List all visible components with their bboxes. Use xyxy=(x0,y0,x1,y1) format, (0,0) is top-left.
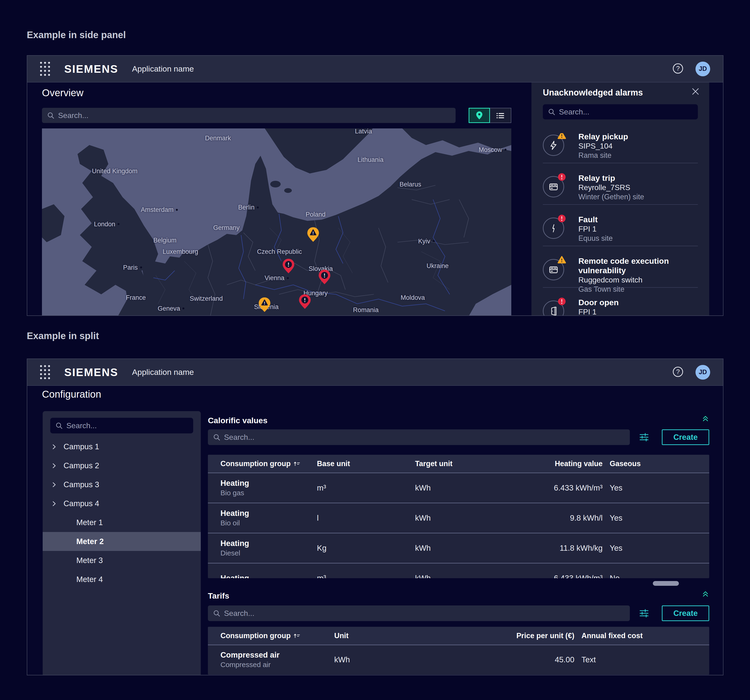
row-price: 45.00 xyxy=(555,655,574,664)
sort-ascending-icon xyxy=(294,633,300,639)
tree-item-campus-2[interactable]: Campus 2 xyxy=(43,456,201,475)
table-row[interactable]: HeatingBio oil l kWh 9.8 kWh/l Yes xyxy=(208,503,709,533)
help-icon[interactable] xyxy=(672,366,684,378)
alarm-device: Ruggedcom switch xyxy=(578,275,698,285)
overview-window: SIEMENS Application name JD Overview xyxy=(27,55,724,316)
configuration-window: SIEMENS Application name JD Configuratio… xyxy=(27,359,724,675)
row-sub: Bio oil xyxy=(220,518,317,528)
alarm-item[interactable]: Remote code execution vulnerability Rugg… xyxy=(543,258,698,299)
row-heating-value: 11.8 kWh/kg xyxy=(559,543,602,553)
row-sub: Diesel xyxy=(220,548,317,558)
row-gaseous: Yes xyxy=(602,543,702,553)
map-view-toggle[interactable] xyxy=(469,108,490,123)
siemens-logo: SIEMENS xyxy=(64,366,118,379)
table-row[interactable]: HeatingDiesel Kg kWh 11.8 kWh/kg Yes xyxy=(208,533,709,563)
map-label: Berlin xyxy=(238,204,259,211)
sort-ascending-icon xyxy=(294,461,300,467)
tree-item-meter-4[interactable]: Meter 4 xyxy=(43,570,201,589)
divider xyxy=(543,246,698,246)
overview-search-input[interactable] xyxy=(58,111,450,120)
map-pin-warning[interactable] xyxy=(307,227,319,242)
map-label: United Kingdom xyxy=(92,167,137,175)
configuration-sidebar: Campus 1 Campus 2 Campus 3 Campus 4 Mete… xyxy=(43,411,201,675)
tree-item-label: Campus 1 xyxy=(63,442,99,451)
table-row[interactable]: Compressed airCompressed air kWh 45.00 T… xyxy=(208,645,709,674)
chevron-right-icon xyxy=(51,462,57,469)
page-title: Configuration xyxy=(42,388,101,400)
map-label: Czech Republic xyxy=(257,248,302,255)
map-pin-critical[interactable] xyxy=(318,269,331,285)
app-header: SIEMENS Application name JD xyxy=(27,56,723,83)
map-label: Germany xyxy=(213,224,240,232)
map-label: France xyxy=(126,294,146,301)
map-label: Vienna xyxy=(264,275,289,282)
tree-item-meter-1[interactable]: Meter 1 xyxy=(43,513,201,532)
tree-item-campus-3[interactable]: Campus 3 xyxy=(43,475,201,494)
map-label: Latvia xyxy=(355,129,372,135)
tree-item-campus-4[interactable]: Campus 4 xyxy=(43,494,201,513)
map-label: Belgium xyxy=(154,236,177,244)
row-target-unit: kWh xyxy=(415,484,492,493)
filter-icon[interactable] xyxy=(639,608,650,620)
list-view-toggle[interactable] xyxy=(490,108,511,123)
map-label: Moldova xyxy=(401,294,425,301)
alarm-item[interactable]: Fault FPI 1 Equus site xyxy=(543,216,698,258)
map-label: London xyxy=(94,220,120,228)
map-label: Luxembourg xyxy=(163,248,198,255)
collapse-section-icon[interactable] xyxy=(702,415,709,423)
alarm-item[interactable]: Relay pickup SIPS_104 Rama site xyxy=(543,133,698,175)
filter-icon[interactable] xyxy=(639,432,650,444)
alarm-item[interactable]: Door open FPI 1 xyxy=(543,299,698,316)
alarms-panel: Unacknowledged alarms Relay pickup SIPS_… xyxy=(532,83,709,316)
application-name: Application name xyxy=(132,64,194,74)
row-sub: Bio gas xyxy=(220,488,317,497)
map-pin-warning[interactable] xyxy=(258,297,271,312)
alarms-panel-title: Unacknowledged alarms xyxy=(543,88,643,98)
create-calorific-button[interactable]: Create xyxy=(662,429,709,445)
tarifs-search-input[interactable] xyxy=(224,609,625,618)
map-label: Geneva xyxy=(158,305,184,312)
tree-item-campus-1[interactable]: Campus 1 xyxy=(43,437,201,456)
create-tarif-button[interactable]: Create xyxy=(662,605,709,621)
map-pin-critical[interactable] xyxy=(282,258,295,274)
sidebar-search-input[interactable] xyxy=(66,421,188,430)
calorific-table-header: Consumption group Base unit Target unit … xyxy=(208,455,709,473)
help-icon[interactable] xyxy=(672,63,684,75)
table-row[interactable]: Heating m³ kWh 6.433 kWh/m³ No xyxy=(208,563,709,578)
user-avatar[interactable]: JD xyxy=(695,61,710,76)
alarm-title: Door open xyxy=(578,298,619,307)
close-icon[interactable] xyxy=(692,88,699,95)
siemens-logo: SIEMENS xyxy=(64,63,118,75)
column-consumption-group[interactable]: Consumption group xyxy=(220,631,334,640)
column-base-unit: Base unit xyxy=(317,459,415,468)
alarms-search-input[interactable] xyxy=(559,107,693,116)
alarm-list: Relay pickup SIPS_104 Rama site Relay tr… xyxy=(543,133,698,316)
row-group: Heating xyxy=(220,478,317,488)
configuration-main: Calorific values Create Consumption grou… xyxy=(208,414,709,675)
tree-item-meter-2[interactable]: Meter 2 xyxy=(43,532,201,551)
chevron-right-icon xyxy=(51,500,57,507)
chevron-right-icon xyxy=(51,482,57,488)
column-consumption-group[interactable]: Consumption group xyxy=(220,459,317,468)
europe-map[interactable]: Latvia Denmark Moscow United Kingdom Lit… xyxy=(42,129,511,316)
table-row[interactable]: HeatingBio gas m³ kWh 6.433 kWh/m³ Yes xyxy=(208,473,709,503)
collapse-section-icon[interactable] xyxy=(702,590,709,599)
sidebar-search xyxy=(50,418,193,433)
app-switcher-icon[interactable] xyxy=(40,62,50,76)
search-icon xyxy=(213,610,220,617)
divider xyxy=(543,204,698,205)
map-label: Denmark xyxy=(205,135,231,142)
user-avatar[interactable]: JD xyxy=(695,365,710,380)
list-icon xyxy=(496,112,505,119)
map-pin-critical[interactable] xyxy=(299,294,311,309)
app-switcher-icon[interactable] xyxy=(40,365,50,379)
calorific-search-input[interactable] xyxy=(224,433,625,442)
row-base-unit: m³ xyxy=(317,574,415,578)
critical-badge-icon xyxy=(558,173,566,181)
tree-item-label: Meter 2 xyxy=(76,537,104,546)
tree-item-meter-3[interactable]: Meter 3 xyxy=(43,551,201,570)
table-scrollbar[interactable] xyxy=(653,581,679,586)
map-label: Moscow xyxy=(479,146,506,154)
alarm-item[interactable]: Relay trip Reyrolle_7SRS Winter (Gethen)… xyxy=(543,175,698,216)
row-gaseous: No xyxy=(602,574,702,578)
